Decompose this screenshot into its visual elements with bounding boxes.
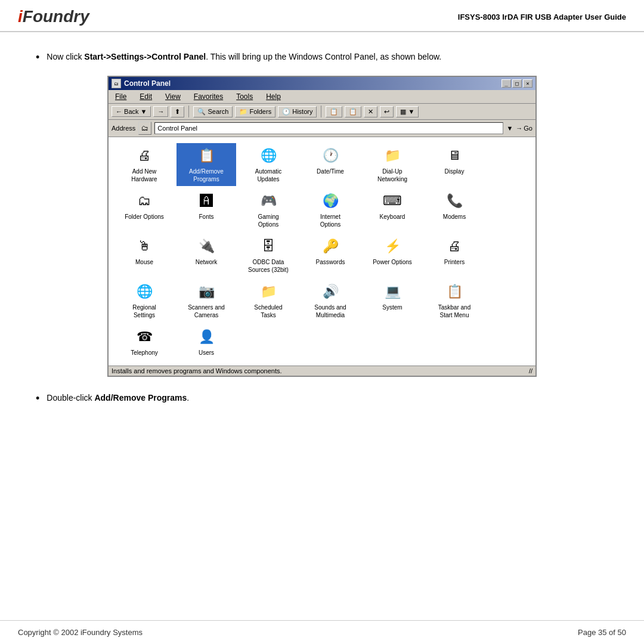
delete-button[interactable]: ✕: [364, 106, 377, 117]
display-label: Display: [445, 168, 465, 175]
scanners-cameras-label: Scanners andCameras: [188, 304, 225, 319]
go-button[interactable]: → Go: [516, 125, 532, 132]
cp-item-telephony[interactable]: ☎Telephony: [114, 324, 174, 360]
odbc-data-sources-label: ODBC DataSources (32bit): [248, 258, 289, 274]
cp-item-keyboard[interactable]: ⌨Keyboard: [363, 188, 422, 231]
cp-item-fonts[interactable]: 🅰Fonts: [177, 188, 236, 231]
telephony-label: Telephony: [131, 349, 158, 357]
regional-settings-icon: 🌐: [135, 282, 154, 301]
cp-item-scanners-cameras[interactable]: 📷Scanners andCameras: [177, 279, 236, 322]
bullet-2-suffix: .: [187, 393, 189, 402]
mouse-label: Mouse: [135, 258, 153, 266]
modems-icon: 📞: [445, 191, 464, 210]
bullet-point-1: •: [36, 51, 39, 64]
gaming-options-label: GamingOptions: [258, 213, 278, 228]
scheduled-tasks-label: ScheduledTasks: [254, 304, 282, 319]
bullet-point-2: •: [36, 392, 39, 405]
fonts-icon: 🅰: [197, 191, 216, 210]
window-buttons[interactable]: _ □ ×: [501, 79, 532, 88]
menu-file[interactable]: File: [112, 91, 130, 102]
menu-edit[interactable]: Edit: [136, 91, 156, 102]
views-button[interactable]: ▦ ▼: [396, 106, 419, 117]
cp-item-modems[interactable]: 📞Modems: [425, 188, 484, 231]
printers-icon: 🖨: [445, 237, 464, 256]
up-button[interactable]: ⬆: [171, 106, 184, 117]
toolbar: ← Back ▼ → ⬆ 🔍 Search 📁 Folders 🕐 Histor…: [109, 104, 535, 120]
cp-item-add-remove-programs[interactable]: 📋Add/RemovePrograms: [177, 143, 236, 186]
menu-help[interactable]: Help: [262, 91, 284, 102]
date-time-label: Date/Time: [317, 168, 344, 175]
titlebar-left: 🗂 Control Panel: [112, 79, 171, 88]
add-new-hardware-icon: 🖨: [135, 146, 154, 165]
bullet-2-prefix: Double-click: [47, 393, 94, 402]
cp-item-gaming-options[interactable]: 🎮GamingOptions: [239, 188, 298, 231]
users-icon: 👤: [197, 327, 216, 346]
keyboard-icon: ⌨: [383, 191, 402, 210]
date-time-icon: 🕐: [321, 146, 340, 165]
address-input[interactable]: [154, 122, 503, 134]
cp-item-mouse[interactable]: 🖱Mouse: [114, 234, 174, 277]
cp-item-internet-options[interactable]: 🌍InternetOptions: [301, 188, 360, 231]
cp-item-folder-options[interactable]: 🗂Folder Options: [114, 188, 174, 231]
scheduled-tasks-icon: 📁: [259, 282, 278, 301]
folders-button[interactable]: 📁 Folders: [235, 106, 275, 117]
sounds-multimedia-label: Sounds andMultimedia: [314, 304, 346, 319]
passwords-icon: 🔑: [321, 237, 340, 256]
menu-bar: File Edit View Favorites Tools Help: [109, 90, 535, 104]
internet-options-label: InternetOptions: [320, 213, 340, 228]
close-button[interactable]: ×: [523, 79, 532, 88]
bullet-1: • Now click Start->Settings->Control Pan…: [36, 50, 608, 64]
toolbar-separator-1: [188, 106, 189, 117]
dial-up-networking-icon: 📁: [383, 146, 402, 165]
menu-favorites[interactable]: Favorites: [190, 91, 227, 102]
cp-item-taskbar-start-menu[interactable]: 📋Taskbar andStart Menu: [425, 279, 484, 322]
taskbar-start-menu-icon: 📋: [445, 282, 464, 301]
cp-item-system[interactable]: 💻System: [363, 279, 422, 322]
network-label: Network: [196, 258, 218, 266]
bullet-2-text: Double-click Add/Remove Programs.: [47, 391, 189, 404]
status-text: Installs and removes programs and Window…: [112, 367, 282, 374]
cp-item-display[interactable]: 🖥Display: [425, 143, 484, 186]
menu-tools[interactable]: Tools: [233, 91, 256, 102]
bullet-1-suffix: . This will bring up the Windows Control…: [206, 52, 441, 61]
search-button[interactable]: 🔍 Search: [193, 106, 233, 117]
folder-options-label: Folder Options: [125, 213, 164, 221]
cp-item-power-options[interactable]: ⚡Power Options: [363, 234, 422, 277]
cp-item-add-new-hardware[interactable]: 🖨Add NewHardware: [114, 143, 174, 186]
add-remove-programs-icon: 📋: [197, 146, 216, 165]
mouse-icon: 🖱: [135, 237, 154, 256]
cp-item-automatic-updates[interactable]: 🌐AutomaticUpdates: [239, 143, 298, 186]
cp-item-odbc-data-sources[interactable]: 🗄ODBC DataSources (32bit): [239, 234, 298, 277]
scanners-cameras-icon: 📷: [197, 282, 216, 301]
maximize-button[interactable]: □: [512, 79, 522, 88]
cp-item-scheduled-tasks[interactable]: 📁ScheduledTasks: [239, 279, 298, 322]
cp-item-printers[interactable]: 🖨Printers: [425, 234, 484, 277]
cp-item-regional-settings[interactable]: 🌐RegionalSettings: [114, 279, 174, 322]
control-panel-screenshot: 🗂 Control Panel _ □ × File Edit View Fav…: [107, 76, 537, 377]
undo-button[interactable]: ↩: [380, 106, 394, 117]
paste-button[interactable]: 📋: [345, 106, 361, 117]
control-panel-content: 🖨Add NewHardware📋Add/RemovePrograms🌐Auto…: [109, 137, 535, 366]
window-title: Control Panel: [124, 79, 171, 88]
window-icon: 🗂: [112, 79, 121, 88]
cp-item-dial-up-networking[interactable]: 📁Dial-UpNetworking: [363, 143, 422, 186]
cp-item-network[interactable]: 🔌Network: [177, 234, 236, 277]
toolbar-separator-2: [321, 106, 321, 117]
address-dropdown[interactable]: ▼: [506, 125, 513, 132]
menu-view[interactable]: View: [162, 91, 184, 102]
modems-label: Modems: [443, 213, 466, 221]
cp-item-date-time[interactable]: 🕐Date/Time: [301, 143, 360, 186]
back-button[interactable]: ← Back ▼: [112, 106, 151, 117]
page-content: • Now click Start->Settings->Control Pan…: [0, 32, 644, 423]
minimize-button[interactable]: _: [501, 79, 511, 88]
cp-item-passwords[interactable]: 🔑Passwords: [301, 234, 360, 277]
copy-button[interactable]: 📋: [326, 106, 342, 117]
cp-item-users[interactable]: 👤Users: [177, 324, 236, 360]
fonts-label: Fonts: [199, 213, 213, 221]
forward-button[interactable]: →: [153, 106, 168, 117]
history-button[interactable]: 🕐 History: [278, 106, 317, 117]
document-title: IFSYS-8003 IrDA FIR USB Adapter User Gui…: [458, 13, 626, 21]
regional-settings-label: RegionalSettings: [132, 304, 156, 319]
folder-options-icon: 🗂: [135, 191, 154, 210]
cp-item-sounds-multimedia[interactable]: 🔊Sounds andMultimedia: [301, 279, 360, 322]
